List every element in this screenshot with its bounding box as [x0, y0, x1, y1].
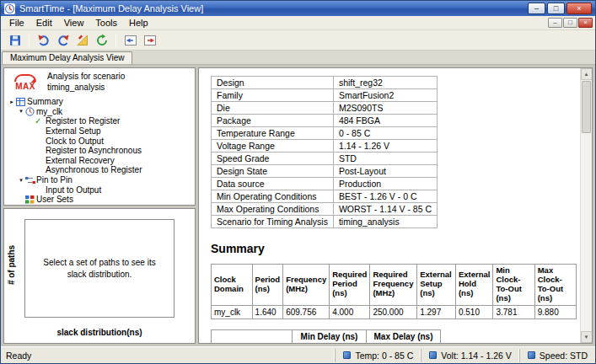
device-prop-name: Min Operating Conditions [212, 190, 334, 203]
device-prop-name: Design State [212, 165, 334, 178]
menu-edit[interactable]: Edit [30, 17, 58, 29]
status-ready: Ready [1, 351, 31, 361]
tab-strip: Maximum Delay Analysis View [1, 51, 595, 65]
menu-file[interactable]: File [3, 17, 30, 29]
status-voltage: Volt: 1.14 - 1.26 V [421, 349, 518, 362]
tree-expanded-arrow-icon[interactable]: ▾ [17, 108, 25, 115]
voltage-icon [429, 351, 437, 359]
device-info-row: Package484 FBGA [212, 115, 438, 127]
scenario-tree-panel: MAX Analysis for scenario timing_analysi… [3, 67, 196, 206]
scroll-up-button[interactable]: ▲ [581, 68, 593, 80]
details-panel: Designshift_reg32FamilySmartFusion2DieM2… [198, 67, 593, 344]
save-button[interactable] [5, 31, 24, 49]
device-prop-value: STD [333, 153, 437, 165]
tree-item-register-to-asynchronous[interactable]: Register to Asynchronous [6, 146, 195, 156]
tree-item-external-setup[interactable]: External Setup [6, 126, 195, 136]
device-prop-name: Temperature Range [212, 127, 334, 140]
device-info-row: FamilySmartFusion2 [212, 89, 438, 102]
delay-row[interactable]: Input to OutputN/AN/A [212, 343, 441, 344]
userset-icon [25, 195, 36, 204]
status-speed-text: Speed: STD [540, 351, 588, 361]
title-bar: SmartTime - [Maximum Delay Analysis View… [1, 1, 595, 16]
slack-x-axis-label: slack distribution(ns) [4, 328, 195, 337]
tree-item-pin-to-pin[interactable]: ▾Pin to Pin [6, 175, 195, 185]
summary-cell: 250.000 [370, 305, 417, 318]
tree-icon-spacer [35, 156, 46, 165]
tree-item-label: my_clk [36, 107, 62, 116]
scroll-down-button[interactable]: ▼ [581, 331, 593, 343]
tree-icon-spacer [35, 146, 46, 155]
vertical-scrollbar[interactable]: ▲ ▼ [580, 68, 592, 343]
refresh-button[interactable] [92, 31, 111, 49]
summary-column-header: External Hold (ns) [455, 265, 493, 306]
device-prop-value: shift_reg32 [333, 77, 437, 89]
tree-item-clock-to-output[interactable]: Clock to Output [6, 136, 195, 146]
tree-expanded-arrow-icon[interactable]: ▾ [17, 177, 25, 184]
tab-maximum-delay-analysis-view[interactable]: Maximum Delay Analysis View [2, 51, 132, 64]
delay-cell: N/A [293, 343, 367, 344]
scenario-line1: Analysis for scenario [47, 72, 125, 83]
edit-constraints-button[interactable] [72, 31, 92, 49]
scrollbar-track[interactable] [581, 80, 593, 331]
device-info-row: Temperature Range0 - 85 C [212, 127, 438, 140]
min-delay-analysis-button[interactable] [121, 31, 140, 49]
smarttime-app-icon [4, 3, 15, 14]
tree-item-summary[interactable]: ▸Summary [6, 97, 195, 107]
tree-item-user-sets[interactable]: User Sets [6, 195, 195, 205]
device-prop-value: SmartFusion2 [333, 89, 437, 102]
device-prop-name: Die [212, 102, 334, 115]
device-prop-value: 1.14 - 1.26 V [333, 140, 437, 153]
tree-item-label: Register to Register [46, 116, 120, 126]
device-prop-name: Data source [212, 178, 334, 190]
device-prop-name: Scenario for Timing Analysis [212, 216, 334, 228]
redo-button[interactable] [53, 31, 72, 49]
slack-distribution-box: Select a set of paths to see its slack d… [24, 219, 175, 318]
delay-cell: Input to Output [212, 343, 293, 344]
tree-item-label: Clock to Output [46, 136, 104, 146]
tree-icon-spacer [35, 185, 46, 195]
save-icon [8, 34, 22, 47]
tree-item-my-clk[interactable]: ▾my_clk [6, 107, 195, 117]
menu-tools[interactable]: Tools [89, 17, 123, 29]
device-prop-name: Voltage Range [212, 140, 334, 153]
mdi-restore-button[interactable]: □ [563, 18, 577, 28]
tree-item-label: External Setup [46, 126, 101, 136]
device-prop-value: Production [333, 178, 437, 190]
close-button[interactable]: × [566, 3, 592, 14]
scrollbar-thumb[interactable] [582, 81, 591, 133]
summary-heading: Summary [211, 242, 577, 255]
device-prop-name: Family [212, 89, 334, 102]
tree-item-external-recovery[interactable]: External Recovery [6, 156, 195, 166]
max-delay-analysis-icon [143, 34, 157, 47]
tree-icon-spacer [35, 136, 46, 146]
summary-cell: 3.781 [493, 305, 534, 318]
device-info-row: Speed GradeSTD [212, 153, 438, 165]
device-info-table: Designshift_reg32FamilySmartFusion2DieM2… [211, 76, 438, 228]
mdi-close-button[interactable]: × [578, 18, 593, 28]
delay-column-header: Min Delay (ns) [293, 329, 367, 343]
maximize-button[interactable]: □ [547, 3, 565, 14]
tree-item-register-to-register[interactable]: ✓Register to Register [6, 116, 195, 126]
scenario-text: Analysis for scenario timing_analysis [47, 72, 125, 93]
smarttime-window: SmartTime - [Maximum Delay Analysis View… [0, 0, 596, 364]
max-delay-analysis-button[interactable] [140, 31, 159, 49]
tree-item-asynchronous-to-register[interactable]: Asynchronous to Register [6, 165, 195, 175]
summary-header-row: Clock DomainPeriod (ns)Frequency (MHz)Re… [212, 265, 577, 306]
tree-item-input-to-output[interactable]: Input to Output [6, 185, 195, 195]
summary-column-header: Clock Domain [212, 265, 253, 306]
mdi-minimize-button[interactable]: – [548, 18, 562, 28]
window-title: SmartTime - [Maximum Delay Analysis View… [19, 3, 526, 13]
tree-item-label: Input to Output [46, 185, 101, 195]
status-speed: Speed: STD [519, 349, 595, 362]
menu-view[interactable]: View [58, 17, 90, 29]
minimize-button[interactable]: – [528, 3, 545, 14]
tree-collapsed-arrow-icon[interactable]: ▸ [8, 99, 16, 105]
summary-column-header: Min Clock-To-Out (ns) [493, 265, 534, 306]
left-pane: MAX Analysis for scenario timing_analysi… [3, 67, 196, 344]
main-area: MAX Analysis for scenario timing_analysi… [1, 65, 595, 346]
summary-row[interactable]: my_clk1.640609.7564.000250.0001.2970.510… [212, 305, 577, 318]
summary-cell: 1.297 [417, 305, 456, 318]
tree-item-label: Summary [27, 97, 63, 106]
menu-help[interactable]: Help [123, 17, 154, 29]
undo-button[interactable] [34, 31, 53, 49]
